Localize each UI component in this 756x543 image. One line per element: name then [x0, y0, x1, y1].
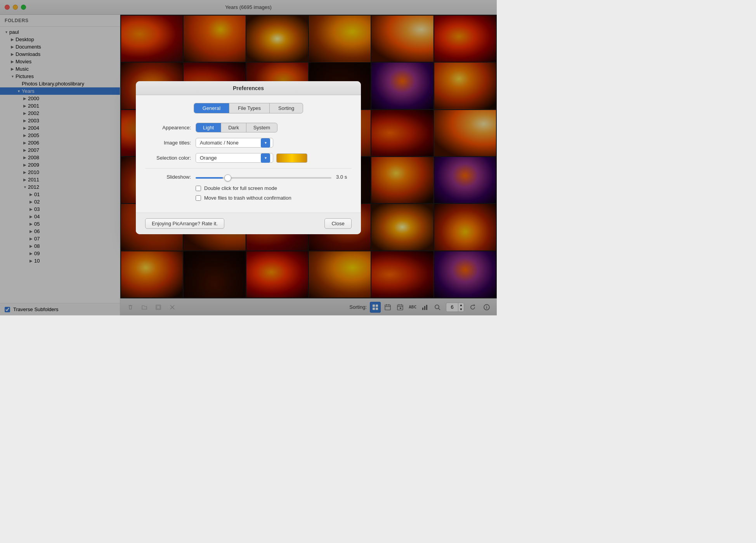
- selection-color-wrapper: Orange Blue Green Red Purple ▾: [196, 153, 307, 163]
- tab-general[interactable]: General: [194, 103, 229, 113]
- fullscreen-checkbox-row: Double click for full screen mode: [145, 185, 352, 191]
- appearance-label: Appearence:: [145, 125, 196, 131]
- preferences-modal: Preferences General File Types Sorting A…: [136, 81, 361, 234]
- tab-file-types[interactable]: File Types: [229, 103, 270, 113]
- appearance-system[interactable]: System: [246, 123, 277, 132]
- selection-color-dropdown-wrapper: Orange Blue Green Red Purple ▾: [196, 153, 273, 163]
- appearance-light[interactable]: Light: [196, 123, 221, 132]
- modal-footer: Enjoying PicArrange? Rate it. Close: [136, 212, 361, 234]
- image-titles-dropdown[interactable]: Automatic / None Filename Date None: [196, 138, 273, 148]
- appearance-control: Light Dark System: [196, 123, 277, 132]
- rate-button[interactable]: Enjoying PicArrange? Rate it.: [145, 218, 224, 229]
- selection-color-dropdown[interactable]: Orange Blue Green Red Purple: [196, 153, 273, 163]
- appearance-row: Appearence: Light Dark System: [145, 123, 352, 132]
- slideshow-value: 3.0 s: [336, 174, 352, 180]
- tab-sorting[interactable]: Sorting: [270, 103, 303, 113]
- trash-checkbox[interactable]: [196, 195, 201, 201]
- tab-segmented-control: General File Types Sorting: [194, 103, 303, 113]
- modal-divider: [145, 168, 352, 169]
- selection-color-label: Selection color:: [145, 155, 196, 161]
- fullscreen-checkbox[interactable]: [196, 186, 201, 191]
- modal-body: General File Types Sorting Appearence: L…: [136, 95, 361, 212]
- modal-title: Preferences: [233, 85, 264, 91]
- slideshow-row: Slideshow: 3.0 s: [145, 174, 352, 180]
- image-titles-label: Image titles:: [145, 140, 196, 146]
- fullscreen-label: Double click for full screen mode: [204, 185, 277, 191]
- tab-bar: General File Types Sorting: [145, 103, 352, 113]
- slideshow-slider[interactable]: [196, 177, 331, 179]
- selection-color-row: Selection color: Orange Blue Green Red P…: [145, 153, 352, 163]
- color-swatch[interactable]: [276, 153, 307, 163]
- modal-overlay: Preferences General File Types Sorting A…: [0, 0, 497, 315]
- slideshow-slider-row: 3.0 s: [196, 174, 352, 180]
- slideshow-slider-wrap: [196, 174, 331, 180]
- appearance-dark[interactable]: Dark: [221, 123, 246, 132]
- trash-checkbox-row: Move files to trash without confirmation: [145, 195, 352, 201]
- modal-titlebar: Preferences: [136, 81, 361, 95]
- slideshow-label: Slideshow:: [145, 174, 196, 180]
- image-titles-row: Image titles: Automatic / None Filename …: [145, 138, 352, 148]
- trash-label: Move files to trash without confirmation: [204, 195, 291, 201]
- image-titles-dropdown-wrapper: Automatic / None Filename Date None ▾: [196, 138, 273, 148]
- close-button[interactable]: Close: [324, 218, 352, 229]
